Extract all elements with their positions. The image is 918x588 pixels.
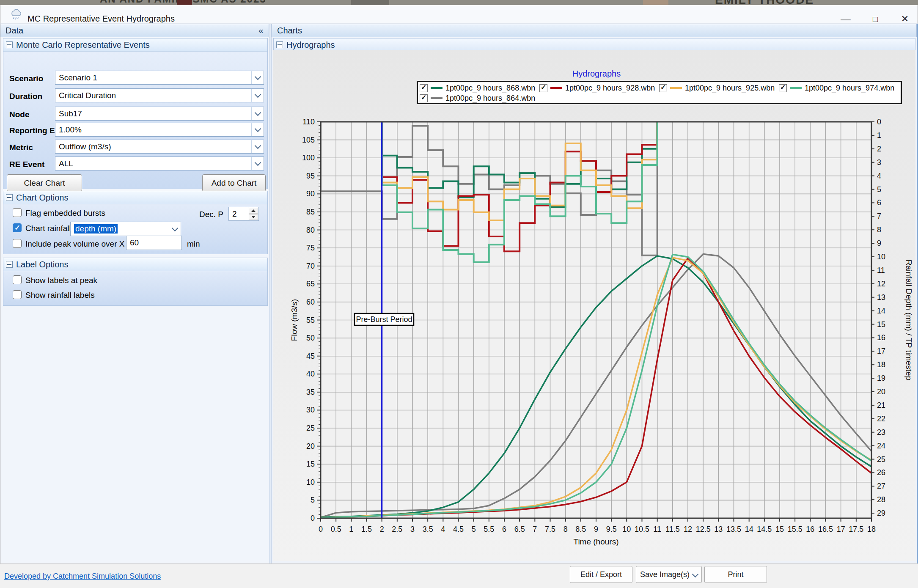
background-window-block [177,0,192,5]
metric-value: Outflow (m3/s) [55,142,251,151]
node-select[interactable]: Sub17 [55,107,264,121]
legend-color-dash-icon [670,87,682,89]
dec-p-stepper[interactable]: 2 [228,207,259,221]
chart-title: Hydrographs [546,69,647,79]
chart-legend: 1pt00pc_9 hours_868.wbn1pt00pc_9 hours_9… [417,81,902,104]
metric-select[interactable]: Outflow (m3/s) [55,140,264,154]
collapse-group-icon[interactable] [6,261,13,268]
scenario-label: Scenario [9,74,43,83]
legend-color-dash-icon [550,87,562,89]
duration-label: Duration [9,92,42,101]
legend-color-dash-icon [431,97,443,99]
rainfall-units-select[interactable]: depth (mm) [70,222,181,236]
rainfall-units-value: depth (mm) [74,224,118,234]
legend-label: 1pt00pc_9 hours_864.wbn [445,94,535,103]
re-event-value: ALL [55,159,251,168]
background-window-text: EMILY THOODE [715,0,814,5]
include-peak-volume-checkbox[interactable] [13,239,22,248]
collapse-group-icon[interactable] [6,194,13,201]
chart-options-group: Chart Options Flag embedded bursts Dec. … [3,191,268,254]
node-value: Sub17 [55,109,251,118]
collapse-panel-button[interactable]: « [258,24,264,37]
edit-export-label: Edit / Export [580,570,622,579]
scenario-select[interactable]: Scenario 1 [55,71,264,85]
reporting-ep-label: Reporting EP [9,126,60,135]
print-label: Print [728,570,743,579]
legend-checkbox[interactable] [420,84,428,92]
chart-rainfall-label: Chart rainfall [25,224,71,233]
mc-events-group-header[interactable]: Monte Carlo Representative Events [3,38,267,52]
flag-embedded-bursts-checkbox[interactable] [13,208,22,217]
legend-item[interactable]: 1pt00pc_9 hours_864.wbn [420,93,539,103]
chevron-down-icon[interactable] [251,89,264,102]
chart-canvas [273,50,915,561]
chevron-down-icon[interactable] [251,157,264,170]
duration-select[interactable]: Critical Duration [55,88,264,102]
chart-options-header[interactable]: Chart Options [3,191,267,204]
collapse-group-icon[interactable] [276,41,283,48]
chevron-down-icon[interactable] [251,71,264,84]
background-window-strip: AN AND FAMILY SMC AS 2023 EMILY THOODE [0,0,918,5]
add-to-chart-button[interactable]: Add to Chart [202,174,266,192]
developer-link[interactable]: Developed by Catchment Simulation Soluti… [4,572,161,581]
legend-checkbox[interactable] [539,84,547,92]
reporting-ep-select[interactable]: 1.00% [55,123,264,137]
collapse-group-icon[interactable] [6,41,13,48]
hydrographs-group-title: Hydrographs [286,40,335,50]
chevron-down-icon[interactable] [251,107,264,120]
window-title: MC Representative Event Hydrographs [27,14,175,24]
show-labels-at-peak-label: Show labels at peak [25,276,97,285]
legend-checkbox[interactable] [779,84,787,92]
show-rainfall-labels-checkbox[interactable] [13,290,22,299]
title-bar[interactable]: MC Representative Event Hydrographs — □ … [0,5,918,24]
spinner-up-icon[interactable] [249,208,258,214]
app-window: AN AND FAMILY SMC AS 2023 EMILY THOODE M… [0,0,918,588]
scenario-value: Scenario 1 [55,73,251,82]
metric-label: Metric [9,143,33,152]
chart-options-title: Chart Options [16,193,68,203]
footer-bar: Developed by Catchment Simulation Soluti… [0,563,918,588]
legend-label: 1pt00pc_9 hours_868.wbn [445,84,535,93]
legend-checkbox[interactable] [420,94,428,102]
legend-label: 1pt00pc_9 hours_925.wbn [685,84,775,93]
legend-color-dash-icon [431,87,443,89]
minutes-unit-label: min [187,239,200,249]
label-options-header[interactable]: Label Options [3,258,267,271]
legend-item[interactable]: 1pt00pc_9 hours_974.wbn [779,83,899,93]
legend-item[interactable]: 1pt00pc_9 hours_925.wbn [659,83,779,93]
show-labels-at-peak-checkbox[interactable] [13,275,22,284]
data-panel-title: Data [5,26,23,35]
legend-item[interactable]: 1pt00pc_9 hours_868.wbn [420,83,539,93]
label-options-title: Label Options [16,260,68,269]
app-rain-cloud-icon [10,8,22,21]
chart-rainfall-checkbox[interactable] [13,223,22,232]
show-rainfall-labels-label: Show rainfall labels [25,291,95,300]
re-event-label: RE Event [9,160,44,169]
background-window-block [643,0,668,5]
save-images-button[interactable]: Save Image(s) [636,566,702,583]
clear-chart-button[interactable]: Clear Chart [7,174,82,192]
chevron-down-icon[interactable] [169,222,181,236]
dec-p-value: 2 [229,207,248,220]
spinner-down-icon[interactable] [249,214,258,220]
reporting-ep-value: 1.00% [55,125,251,135]
print-button[interactable]: Print [704,566,767,583]
chevron-down-icon[interactable] [251,123,264,136]
mc-events-group: Monte Carlo Representative Events Scenar… [3,38,268,189]
flag-embedded-bursts-label: Flag embedded bursts [25,209,105,218]
chevron-down-icon[interactable] [251,140,264,153]
legend-checkbox[interactable] [659,84,667,92]
legend-label: 1pt00pc_9 hours_928.wbn [565,84,655,93]
re-event-select[interactable]: ALL [55,157,264,170]
charts-panel-header: Charts [272,24,917,37]
mc-events-group-title: Monte Carlo Representative Events [16,40,150,50]
edit-export-button[interactable]: Edit / Export [570,566,632,583]
legend-color-dash-icon [790,87,802,89]
duration-value: Critical Duration [55,91,251,100]
legend-item[interactable]: 1pt00pc_9 hours_928.wbn [539,83,659,93]
data-panel-header: Data « [0,24,269,37]
peak-volume-minutes-input[interactable]: 60 [126,236,182,250]
node-label: Node [9,110,30,119]
background-window-block [351,0,389,5]
save-images-label: Save Image(s) [640,570,690,579]
